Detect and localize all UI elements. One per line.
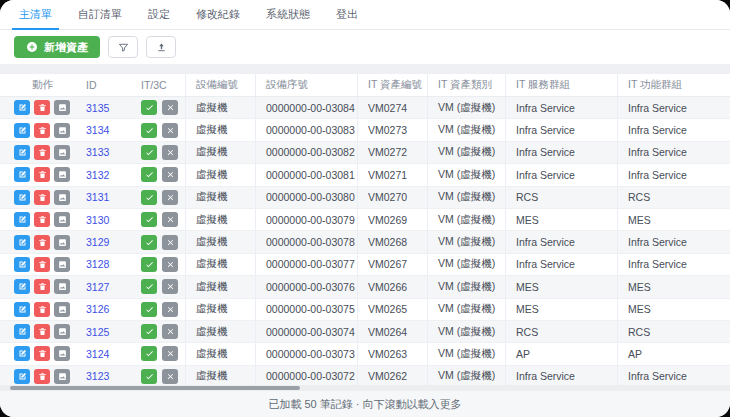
service-group-cell: RCS (505, 187, 617, 208)
id-link[interactable]: 3129 (86, 236, 109, 248)
delete-button[interactable] (34, 212, 50, 227)
confirm-button[interactable] (141, 123, 157, 138)
image-button[interactable] (54, 279, 70, 294)
scrollbar-thumb[interactable] (10, 386, 300, 390)
edit-button[interactable] (14, 279, 30, 294)
cancel-button[interactable] (162, 190, 178, 205)
delete-button[interactable] (34, 235, 50, 250)
image-button[interactable] (54, 346, 70, 361)
image-button[interactable] (54, 190, 70, 205)
delete-button[interactable] (34, 123, 50, 138)
id-link[interactable]: 3123 (86, 370, 109, 382)
delete-button[interactable] (34, 302, 50, 317)
tab-system-status[interactable]: 系統狀態 (253, 0, 323, 29)
confirm-button[interactable] (141, 100, 157, 115)
image-button[interactable] (54, 235, 70, 250)
x-icon (166, 126, 175, 135)
confirm-button[interactable] (141, 235, 157, 250)
image-button[interactable] (54, 212, 70, 227)
delete-button[interactable] (34, 346, 50, 361)
confirm-button[interactable] (141, 302, 157, 317)
upload-button[interactable] (146, 36, 176, 58)
delete-button[interactable] (34, 279, 50, 294)
confirm-button[interactable] (141, 145, 157, 160)
edit-button[interactable] (14, 190, 30, 205)
funnel-icon (118, 42, 129, 53)
edit-button[interactable] (14, 346, 30, 361)
delete-button[interactable] (34, 324, 50, 339)
horizontal-scrollbar[interactable] (0, 385, 730, 391)
cancel-button[interactable] (162, 212, 178, 227)
edit-button[interactable] (14, 302, 30, 317)
delete-button[interactable] (34, 369, 50, 384)
confirm-button[interactable] (141, 324, 157, 339)
confirm-button[interactable] (141, 279, 157, 294)
confirm-button[interactable] (141, 346, 157, 361)
cancel-button[interactable] (162, 123, 178, 138)
confirm-button[interactable] (141, 167, 157, 182)
add-asset-button[interactable]: 新增資產 (14, 36, 100, 58)
serial-cell: 0000000-00-03072 (255, 366, 357, 385)
image-button[interactable] (54, 145, 70, 160)
id-link[interactable]: 3126 (86, 303, 109, 315)
edit-button[interactable] (14, 324, 30, 339)
edit-button[interactable] (14, 235, 30, 250)
edit-button[interactable] (14, 369, 30, 384)
id-link[interactable]: 3124 (86, 348, 109, 360)
tab-logout[interactable]: 登出 (323, 0, 371, 29)
id-link[interactable]: 3131 (86, 191, 109, 203)
cancel-button[interactable] (162, 369, 178, 384)
image-button[interactable] (54, 302, 70, 317)
cancel-button[interactable] (162, 235, 178, 250)
id-link[interactable]: 3135 (86, 102, 109, 114)
delete-button[interactable] (34, 257, 50, 272)
cancel-button[interactable] (162, 324, 178, 339)
confirm-button[interactable] (141, 212, 157, 227)
edit-button[interactable] (14, 145, 30, 160)
cancel-button[interactable] (162, 279, 178, 294)
id-link[interactable]: 3125 (86, 326, 109, 338)
image-button[interactable] (54, 100, 70, 115)
edit-button[interactable] (14, 100, 30, 115)
id-link[interactable]: 3130 (86, 214, 109, 226)
delete-button[interactable] (34, 190, 50, 205)
image-icon (58, 349, 67, 358)
cancel-button[interactable] (162, 257, 178, 272)
image-button[interactable] (54, 324, 70, 339)
tab-main-list[interactable]: 主清單 (6, 0, 65, 29)
cancel-button[interactable] (162, 100, 178, 115)
confirm-button[interactable] (141, 369, 157, 384)
id-link[interactable]: 3128 (86, 258, 109, 270)
delete-button[interactable] (34, 167, 50, 182)
tab-change-log[interactable]: 修改紀錄 (183, 0, 253, 29)
edit-button[interactable] (14, 257, 30, 272)
check-icon (145, 126, 154, 135)
cancel-button[interactable] (162, 167, 178, 182)
image-button[interactable] (54, 123, 70, 138)
id-link[interactable]: 3133 (86, 146, 109, 158)
image-icon (58, 238, 67, 247)
edit-button[interactable] (14, 123, 30, 138)
confirm-button[interactable] (141, 257, 157, 272)
image-button[interactable] (54, 369, 70, 384)
load-status-text: 已加載 50 筆記錄 · 向下滾動以載入更多 (268, 397, 461, 412)
tab-settings[interactable]: 設定 (135, 0, 183, 29)
tab-custom-list[interactable]: 自訂清單 (65, 0, 135, 29)
id-link[interactable]: 3127 (86, 281, 109, 293)
edit-button[interactable] (14, 212, 30, 227)
category-cell: VM (虛擬機) (427, 254, 505, 275)
image-button[interactable] (54, 257, 70, 272)
service-group-cell: Infra Service (505, 231, 617, 252)
delete-button[interactable] (34, 145, 50, 160)
id-link[interactable]: 3134 (86, 124, 109, 136)
cancel-button[interactable] (162, 145, 178, 160)
filter-button[interactable] (108, 36, 138, 58)
table-row: 3135 虛擬機 0000000-00-03084 VM0274 VM (虛擬機… (0, 97, 730, 119)
edit-button[interactable] (14, 167, 30, 182)
id-link[interactable]: 3132 (86, 169, 109, 181)
image-button[interactable] (54, 167, 70, 182)
confirm-button[interactable] (141, 190, 157, 205)
cancel-button[interactable] (162, 302, 178, 317)
cancel-button[interactable] (162, 346, 178, 361)
delete-button[interactable] (34, 100, 50, 115)
